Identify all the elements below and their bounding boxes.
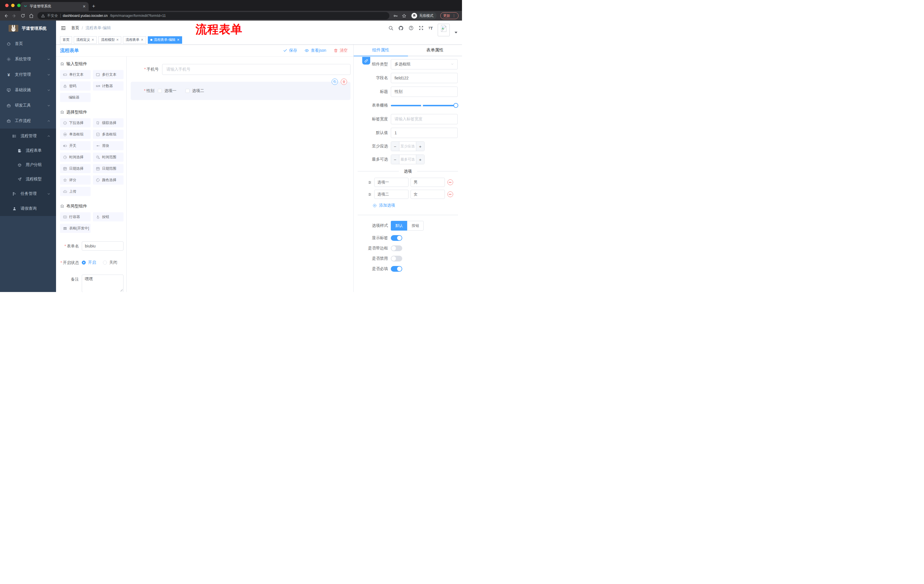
radio-off[interactable] bbox=[103, 261, 107, 265]
tab-form-props[interactable]: 表单属性 bbox=[408, 44, 462, 56]
clear-button[interactable]: 清空 bbox=[333, 48, 348, 53]
stepper-increase-button[interactable]: + bbox=[416, 142, 424, 151]
option-label-input[interactable]: 选项一 bbox=[374, 178, 409, 187]
bookmark-star-icon[interactable] bbox=[402, 13, 406, 18]
form-canvas[interactable]: *手机号 请输入手机号 *性别 选项一选项二 bbox=[127, 57, 353, 292]
component-item-上传[interactable]: 上传 bbox=[60, 187, 91, 196]
component-item-表格[开发中][interactable]: 表格[开发中] bbox=[60, 224, 91, 233]
option-label-input[interactable]: 选项二 bbox=[374, 190, 409, 199]
prop-input-字段名[interactable]: field122 bbox=[391, 73, 458, 83]
minimize-window-button[interactable] bbox=[11, 4, 15, 7]
close-tag-icon[interactable]: ✕ bbox=[141, 38, 143, 42]
component-item-级联选择[interactable]: 级联选择 bbox=[93, 118, 124, 127]
component-item-密码[interactable]: 密码 bbox=[60, 81, 91, 90]
avatar[interactable] bbox=[438, 24, 450, 36]
tab-close-icon[interactable]: ✕ bbox=[82, 4, 86, 8]
close-tag-icon[interactable]: ✕ bbox=[177, 38, 180, 42]
style-option-按钮[interactable]: 按钮 bbox=[407, 221, 424, 230]
component-item-评分[interactable]: 评分 bbox=[60, 175, 91, 184]
component-item-多行文本[interactable]: 多行文本 bbox=[93, 70, 124, 79]
component-item-行容器[interactable]: 行容器 bbox=[60, 212, 91, 221]
sidebar-item-任务管理[interactable]: 任务管理 bbox=[0, 186, 56, 201]
toggle-显示标签[interactable] bbox=[391, 235, 402, 241]
checkbox-unchecked-icon[interactable] bbox=[186, 89, 190, 93]
component-item-日期选择[interactable]: 日期选择 bbox=[60, 164, 91, 173]
prop-select-组件类型[interactable]: 多选框组 bbox=[391, 59, 458, 69]
sidebar-item-流程管理[interactable]: 流程管理 bbox=[0, 128, 56, 143]
copy-component-button[interactable] bbox=[332, 79, 338, 85]
close-tag-icon[interactable]: ✕ bbox=[91, 38, 94, 42]
tab-首页[interactable]: 首页 bbox=[60, 36, 72, 44]
stepper-decrease-button[interactable]: − bbox=[391, 155, 399, 164]
component-item-日期范围[interactable]: 日期范围 bbox=[93, 164, 124, 173]
close-tag-icon[interactable]: ✕ bbox=[116, 38, 119, 42]
browser-update-menu-button[interactable]: 更新 ⋮ bbox=[440, 12, 459, 19]
tab-流程模型[interactable]: 流程模型✕ bbox=[98, 36, 121, 44]
radio-on[interactable] bbox=[82, 261, 86, 265]
checkbox-unchecked-icon[interactable] bbox=[158, 89, 162, 93]
component-item-多选框组[interactable]: 多选框组 bbox=[93, 130, 124, 139]
component-item-编辑器[interactable]: 编辑器 bbox=[60, 93, 91, 102]
font-size-icon[interactable]: TT bbox=[429, 26, 433, 31]
breadcrumb-home[interactable]: 首页 bbox=[71, 25, 79, 31]
sidebar-item-基础设施[interactable]: 基础设施 bbox=[0, 82, 56, 98]
new-tab-button[interactable]: + bbox=[92, 3, 95, 10]
sidebar-item-请假查询[interactable]: 请假查询 bbox=[0, 201, 56, 216]
avatar-caret-down-icon[interactable] bbox=[455, 32, 457, 33]
tab-流程定义[interactable]: 流程定义✕ bbox=[74, 36, 97, 44]
component-item-下拉选择[interactable]: 下拉选择 bbox=[60, 118, 91, 127]
collapse-sidebar-icon[interactable] bbox=[61, 25, 66, 31]
home-icon[interactable] bbox=[29, 13, 34, 18]
component-item-时间选择[interactable]: 时间选择 bbox=[60, 153, 91, 162]
tab-流程表单-编辑[interactable]: 流程表单-编辑✕ bbox=[148, 36, 182, 44]
prop-input-标签宽度[interactable]: 请输入标签宽度 bbox=[391, 114, 458, 124]
form-name-input[interactable]: biubiu bbox=[82, 242, 124, 250]
radio-on-label[interactable]: 开启 bbox=[88, 260, 96, 265]
slider-thumb[interactable] bbox=[454, 103, 458, 108]
sidebar-item-支付管理[interactable]: ¥支付管理 bbox=[0, 67, 56, 82]
password-key-icon[interactable] bbox=[393, 13, 398, 18]
toggle-是否带边框[interactable] bbox=[391, 245, 402, 251]
option-value-input[interactable]: 女 bbox=[411, 190, 445, 199]
component-item-计数器[interactable]: 123计数器 bbox=[93, 81, 124, 90]
option-value-input[interactable]: 男 bbox=[411, 178, 445, 187]
browser-tab[interactable]: 芋道管理系统 ✕ bbox=[21, 2, 89, 11]
tab-流程表单[interactable]: 流程表单✕ bbox=[123, 36, 146, 44]
gender-option-选项一[interactable]: 选项一 bbox=[158, 88, 177, 94]
back-icon[interactable] bbox=[3, 13, 8, 18]
style-option-默认[interactable]: 默认 bbox=[391, 221, 407, 230]
close-window-button[interactable] bbox=[5, 4, 8, 7]
canvas-field-phone[interactable]: *手机号 请输入手机号 bbox=[130, 64, 350, 75]
form-grid-slider[interactable] bbox=[391, 100, 456, 110]
prop-input-默认值[interactable]: 1 bbox=[391, 128, 458, 138]
toggle-是否禁用[interactable] bbox=[391, 256, 402, 262]
gender-option-选项二[interactable]: 选项二 bbox=[186, 88, 204, 94]
sidebar-item-流程模型[interactable]: 流程模型 bbox=[0, 172, 56, 186]
sidebar-item-用户分组[interactable]: 用户分组 bbox=[0, 158, 56, 172]
tab-component-props[interactable]: 组件属性 bbox=[354, 44, 408, 56]
sidebar-item-系统管理[interactable]: 系统管理 bbox=[0, 51, 56, 67]
component-item-单行文本[interactable]: 单行文本 bbox=[60, 70, 91, 79]
address-bar[interactable]: 不安全 dashboard.yudao.iocoder.cn/bpm/manag… bbox=[38, 12, 389, 20]
prop-input-标题[interactable]: 性别 bbox=[391, 87, 458, 97]
add-option-button[interactable]: 添加选项 bbox=[373, 203, 462, 208]
component-item-颜色选择[interactable]: 颜色选择 bbox=[93, 175, 124, 184]
radio-off-label[interactable]: 关闭 bbox=[109, 260, 117, 265]
stepper-decrease-button[interactable]: − bbox=[391, 142, 399, 151]
delete-component-button[interactable] bbox=[341, 79, 347, 85]
forward-icon[interactable] bbox=[12, 13, 17, 18]
form-remark-textarea[interactable]: 嘿嘿 bbox=[82, 275, 124, 292]
view-json-button[interactable]: 查看json bbox=[304, 48, 326, 53]
window-controls[interactable] bbox=[5, 4, 21, 7]
sidebar-item-首页[interactable]: 首页 bbox=[0, 36, 56, 51]
component-item-按钮[interactable]: 按钮 bbox=[93, 212, 124, 221]
component-item-时间范围[interactable]: 时间范围 bbox=[93, 153, 124, 162]
sidebar-item-流程表单[interactable]: 流程表单 bbox=[0, 143, 56, 158]
sidebar-item-研发工具[interactable]: 研发工具 bbox=[0, 98, 56, 113]
remove-option-button[interactable] bbox=[447, 191, 453, 197]
zoom-window-button[interactable] bbox=[17, 4, 21, 7]
fullscreen-icon[interactable] bbox=[419, 25, 424, 31]
component-item-滑块[interactable]: 滑块 bbox=[93, 141, 124, 150]
remove-option-button[interactable] bbox=[447, 179, 453, 185]
save-button[interactable]: 保存 bbox=[283, 48, 297, 53]
